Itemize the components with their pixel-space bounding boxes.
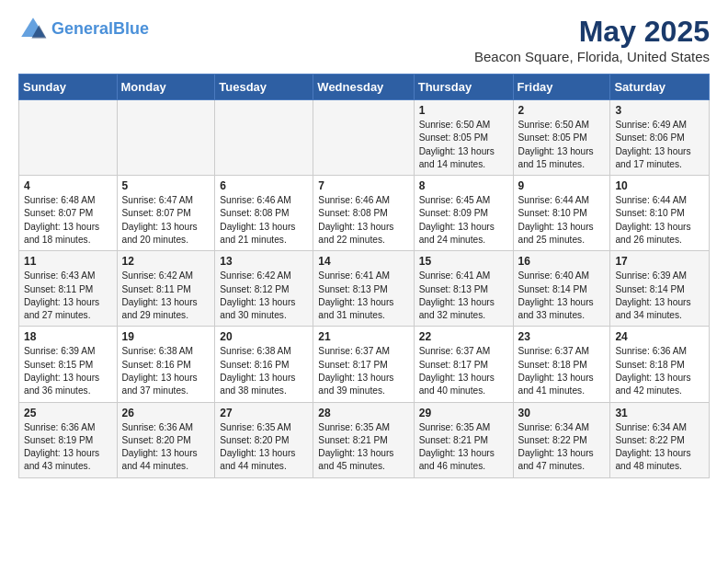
- day-info: Sunrise: 6:39 AM Sunset: 8:14 PM Dayligh…: [615, 270, 704, 322]
- day-info: Sunrise: 6:45 AM Sunset: 8:09 PM Dayligh…: [419, 194, 508, 247]
- logo: GeneralBlue: [18, 15, 149, 44]
- day-info: Sunrise: 6:38 AM Sunset: 8:16 PM Dayligh…: [220, 345, 308, 397]
- col-header-thursday: Thursday: [414, 75, 513, 100]
- day-cell: 14Sunrise: 6:41 AM Sunset: 8:13 PM Dayli…: [313, 251, 414, 327]
- day-number: 12: [122, 255, 210, 268]
- day-cell: 30Sunrise: 6:34 AM Sunset: 8:22 PM Dayli…: [513, 402, 610, 477]
- day-info: Sunrise: 6:35 AM Sunset: 8:20 PM Dayligh…: [220, 421, 308, 474]
- day-cell: 15Sunrise: 6:41 AM Sunset: 8:13 PM Dayli…: [414, 251, 513, 327]
- day-info: Sunrise: 6:36 AM Sunset: 8:18 PM Dayligh…: [615, 345, 704, 397]
- day-cell: 4Sunrise: 6:48 AM Sunset: 8:07 PM Daylig…: [19, 176, 118, 251]
- day-info: Sunrise: 6:40 AM Sunset: 8:14 PM Dayligh…: [518, 270, 606, 322]
- week-row-5: 25Sunrise: 6:36 AM Sunset: 8:19 PM Dayli…: [19, 402, 710, 477]
- day-number: 26: [122, 407, 210, 419]
- col-header-saturday: Saturday: [610, 75, 710, 100]
- day-cell: 10Sunrise: 6:44 AM Sunset: 8:10 PM Dayli…: [610, 176, 710, 251]
- day-number: 15: [419, 255, 508, 268]
- day-number: 11: [24, 255, 112, 268]
- day-number: 18: [24, 330, 112, 343]
- page-header: GeneralBlue May 2025 Beacon Square, Flor…: [18, 15, 710, 64]
- day-cell: 16Sunrise: 6:40 AM Sunset: 8:14 PM Dayli…: [513, 251, 610, 327]
- day-number: 30: [518, 407, 606, 419]
- day-info: Sunrise: 6:39 AM Sunset: 8:15 PM Dayligh…: [24, 345, 112, 397]
- month-year: May 2025: [474, 15, 710, 49]
- day-number: 27: [220, 407, 308, 419]
- col-header-tuesday: Tuesday: [215, 75, 313, 100]
- day-info: Sunrise: 6:42 AM Sunset: 8:11 PM Dayligh…: [122, 270, 210, 322]
- day-cell: 11Sunrise: 6:43 AM Sunset: 8:11 PM Dayli…: [19, 251, 118, 327]
- week-row-4: 18Sunrise: 6:39 AM Sunset: 8:15 PM Dayli…: [19, 327, 710, 402]
- day-info: Sunrise: 6:36 AM Sunset: 8:19 PM Dayligh…: [24, 421, 112, 474]
- day-cell: 2Sunrise: 6:50 AM Sunset: 8:05 PM Daylig…: [513, 100, 610, 176]
- day-cell: 26Sunrise: 6:36 AM Sunset: 8:20 PM Dayli…: [117, 402, 215, 477]
- day-number: 4: [24, 179, 112, 192]
- day-cell: 9Sunrise: 6:44 AM Sunset: 8:10 PM Daylig…: [513, 176, 610, 251]
- day-number: 9: [518, 179, 606, 192]
- day-info: Sunrise: 6:43 AM Sunset: 8:11 PM Dayligh…: [24, 270, 112, 322]
- day-cell: 17Sunrise: 6:39 AM Sunset: 8:14 PM Dayli…: [610, 251, 710, 327]
- week-row-1: 1Sunrise: 6:50 AM Sunset: 8:05 PM Daylig…: [19, 100, 710, 176]
- day-number: 29: [419, 407, 508, 419]
- day-cell: [19, 100, 118, 176]
- day-number: 17: [615, 255, 704, 268]
- day-info: Sunrise: 6:46 AM Sunset: 8:08 PM Dayligh…: [318, 194, 408, 247]
- day-cell: 22Sunrise: 6:37 AM Sunset: 8:17 PM Dayli…: [414, 327, 513, 402]
- col-header-friday: Friday: [513, 75, 610, 100]
- location: Beacon Square, Florida, United States: [474, 49, 710, 64]
- day-info: Sunrise: 6:34 AM Sunset: 8:22 PM Dayligh…: [518, 421, 606, 474]
- day-number: 22: [419, 330, 508, 343]
- calendar-table: SundayMondayTuesdayWednesdayThursdayFrid…: [18, 74, 710, 478]
- day-info: Sunrise: 6:50 AM Sunset: 8:05 PM Dayligh…: [419, 119, 508, 171]
- day-info: Sunrise: 6:37 AM Sunset: 8:17 PM Dayligh…: [318, 345, 408, 397]
- day-cell: [215, 100, 313, 176]
- day-cell: 6Sunrise: 6:46 AM Sunset: 8:08 PM Daylig…: [215, 176, 313, 251]
- day-info: Sunrise: 6:50 AM Sunset: 8:05 PM Dayligh…: [518, 119, 606, 171]
- col-header-wednesday: Wednesday: [313, 75, 414, 100]
- day-info: Sunrise: 6:37 AM Sunset: 8:17 PM Dayligh…: [419, 345, 508, 397]
- day-info: Sunrise: 6:34 AM Sunset: 8:22 PM Dayligh…: [615, 421, 704, 474]
- day-number: 1: [419, 104, 508, 117]
- day-cell: 29Sunrise: 6:35 AM Sunset: 8:21 PM Dayli…: [414, 402, 513, 477]
- col-header-sunday: Sunday: [19, 75, 118, 100]
- day-number: 21: [318, 330, 408, 343]
- day-info: Sunrise: 6:38 AM Sunset: 8:16 PM Dayligh…: [122, 345, 210, 397]
- day-cell: 7Sunrise: 6:46 AM Sunset: 8:08 PM Daylig…: [313, 176, 414, 251]
- day-number: 31: [615, 407, 704, 419]
- day-info: Sunrise: 6:35 AM Sunset: 8:21 PM Dayligh…: [419, 421, 508, 474]
- day-cell: 1Sunrise: 6:50 AM Sunset: 8:05 PM Daylig…: [414, 100, 513, 176]
- day-info: Sunrise: 6:48 AM Sunset: 8:07 PM Dayligh…: [24, 194, 112, 247]
- day-info: Sunrise: 6:44 AM Sunset: 8:10 PM Dayligh…: [518, 194, 606, 247]
- day-info: Sunrise: 6:41 AM Sunset: 8:13 PM Dayligh…: [318, 270, 408, 322]
- logo-icon: [18, 15, 48, 44]
- week-row-2: 4Sunrise: 6:48 AM Sunset: 8:07 PM Daylig…: [19, 176, 710, 251]
- day-number: 20: [220, 330, 308, 343]
- day-cell: 28Sunrise: 6:35 AM Sunset: 8:21 PM Dayli…: [313, 402, 414, 477]
- day-number: 3: [615, 104, 704, 117]
- week-row-3: 11Sunrise: 6:43 AM Sunset: 8:11 PM Dayli…: [19, 251, 710, 327]
- day-number: 5: [122, 179, 210, 192]
- logo-text: GeneralBlue: [51, 20, 149, 39]
- day-number: 19: [122, 330, 210, 343]
- day-cell: [117, 100, 215, 176]
- day-number: 6: [220, 179, 308, 192]
- logo-line2: Blue: [113, 19, 149, 38]
- day-number: 2: [518, 104, 606, 117]
- day-number: 25: [24, 407, 112, 419]
- day-number: 24: [615, 330, 704, 343]
- day-cell: 31Sunrise: 6:34 AM Sunset: 8:22 PM Dayli…: [610, 402, 710, 477]
- day-number: 16: [518, 255, 606, 268]
- day-cell: 13Sunrise: 6:42 AM Sunset: 8:12 PM Dayli…: [215, 251, 313, 327]
- day-number: 23: [518, 330, 606, 343]
- day-number: 7: [318, 179, 408, 192]
- day-cell: 3Sunrise: 6:49 AM Sunset: 8:06 PM Daylig…: [610, 100, 710, 176]
- day-number: 14: [318, 255, 408, 268]
- day-cell: 27Sunrise: 6:35 AM Sunset: 8:20 PM Dayli…: [215, 402, 313, 477]
- col-header-monday: Monday: [117, 75, 215, 100]
- day-info: Sunrise: 6:49 AM Sunset: 8:06 PM Dayligh…: [615, 119, 704, 171]
- day-info: Sunrise: 6:37 AM Sunset: 8:18 PM Dayligh…: [518, 345, 606, 397]
- day-info: Sunrise: 6:36 AM Sunset: 8:20 PM Dayligh…: [122, 421, 210, 474]
- day-number: 10: [615, 179, 704, 192]
- day-cell: 23Sunrise: 6:37 AM Sunset: 8:18 PM Dayli…: [513, 327, 610, 402]
- day-info: Sunrise: 6:41 AM Sunset: 8:13 PM Dayligh…: [419, 270, 508, 322]
- title-block: May 2025 Beacon Square, Florida, United …: [474, 15, 710, 64]
